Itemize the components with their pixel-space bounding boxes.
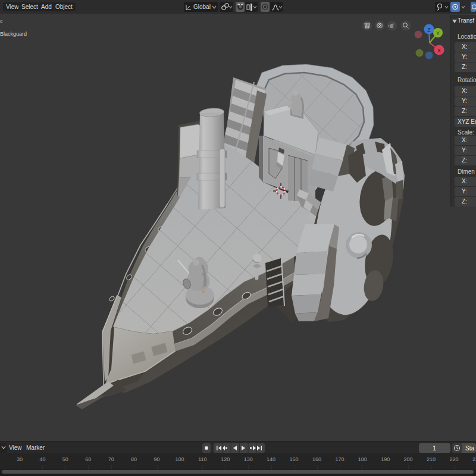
svg-text:Global: Global	[193, 4, 211, 10]
svg-text:X: X	[437, 48, 441, 54]
svg-text:Z: Z	[427, 27, 431, 33]
svg-text:Sta: Sta	[465, 445, 474, 452]
svg-text:Marker: Marker	[26, 444, 45, 451]
svg-text:1: 1	[433, 445, 436, 452]
svg-text:View: View	[9, 444, 22, 451]
svg-text:Y: Y	[436, 30, 440, 36]
